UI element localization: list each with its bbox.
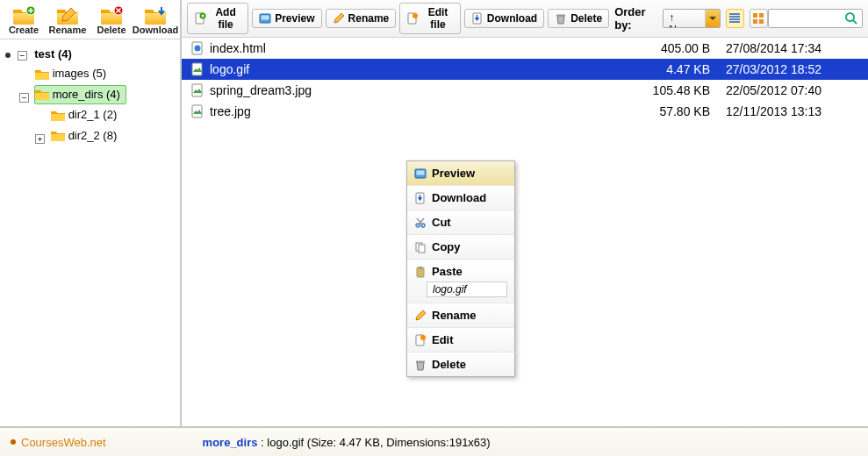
tree-expander[interactable]: + [35, 134, 45, 144]
ctx-label: Edit [432, 333, 454, 346]
chevron-down-icon[interactable] [706, 10, 719, 27]
folder-tree: − test (4) images (5) − [0, 39, 180, 426]
trash-icon [555, 12, 567, 25]
search-box [768, 9, 863, 28]
file-list: index.html405.00 B27/08/2014 17:34logo.g… [182, 38, 868, 426]
file-edit-icon [406, 12, 419, 25]
search-input[interactable] [774, 12, 844, 25]
ctx-copy[interactable]: Copy [407, 235, 514, 260]
tree-expander-blank [19, 70, 29, 80]
svg-point-7 [412, 13, 418, 18]
toolbar-label: Delete [570, 12, 602, 25]
tree-node-dir2-2[interactable]: dir2_2 (8) [50, 126, 124, 146]
preview-icon [414, 167, 427, 180]
tree-node-images[interactable]: images (5) [34, 64, 112, 83]
ctx-edit[interactable]: Edit [407, 328, 514, 353]
preview-button[interactable]: Preview [252, 9, 321, 28]
rename-label: Rename [49, 25, 87, 35]
tree-expander-blank [35, 111, 45, 121]
create-label: Create [9, 25, 39, 35]
sidebar: Create Rename [0, 0, 182, 426]
download-icon [471, 12, 484, 25]
file-add-icon [194, 12, 206, 25]
tree-expander[interactable]: − [19, 93, 29, 103]
svg-rect-5 [262, 16, 269, 20]
ctx-paste[interactable]: Paste logo.gif [407, 260, 514, 303]
create-folder-button[interactable]: Create [4, 3, 44, 37]
svg-rect-9 [556, 15, 565, 17]
svg-point-14 [846, 13, 854, 21]
view-grid-button[interactable] [750, 9, 768, 28]
svg-rect-19 [192, 105, 202, 118]
folder-icon [35, 89, 49, 100]
file-date: 27/03/2012 18:52 [710, 62, 850, 76]
tree-bullet-icon [5, 53, 11, 58]
file-date: 22/05/2012 07:40 [710, 83, 850, 97]
svg-rect-27 [417, 267, 424, 277]
tree-label: dir2_2 (8) [67, 127, 119, 145]
status-dir: more_dirs [203, 436, 258, 449]
download-folder-button[interactable]: Download [135, 3, 176, 37]
delete-label: Delete [97, 25, 126, 35]
file-icon [190, 41, 204, 55]
delete-button[interactable]: Delete [548, 9, 609, 28]
ctx-label: Cut [432, 216, 451, 229]
order-by-label: Order by: [614, 5, 659, 32]
download-button[interactable]: Download [464, 9, 544, 28]
file-name: tree.jpg [210, 104, 622, 118]
delete-folder-button[interactable]: Delete [91, 3, 132, 37]
toolbar-label: Rename [348, 12, 390, 25]
file-name: logo.gif [210, 62, 622, 76]
file-size: 105.48 KB [622, 83, 710, 97]
tree-label: images (5) [51, 65, 108, 82]
folder-rename-icon [55, 5, 80, 25]
ctx-download[interactable]: Download [407, 186, 514, 210]
file-icon [190, 104, 204, 118]
file-row[interactable]: logo.gif4.47 KB27/03/2012 18:52 [182, 59, 868, 80]
view-list-button[interactable] [726, 9, 744, 28]
edit-file-button[interactable]: Edit file [399, 3, 461, 34]
file-name: spring_dream3.jpg [210, 83, 622, 97]
ctx-cut[interactable]: Cut [407, 210, 514, 235]
ctx-delete[interactable]: Delete [407, 353, 514, 376]
search-icon[interactable] [844, 11, 858, 25]
file-row[interactable]: tree.jpg57.80 KB12/11/2013 13:13 [182, 101, 868, 122]
tree-label: more_dirs (4) [51, 86, 122, 103]
tree-expander[interactable]: − [18, 51, 27, 61]
ctx-label: Download [432, 191, 486, 204]
toolbar-label: Preview [275, 12, 314, 25]
rename-folder-button[interactable]: Rename [47, 3, 88, 37]
file-edit-icon [414, 334, 427, 346]
file-date: 12/11/2013 13:13 [710, 104, 850, 118]
svg-rect-11 [759, 13, 764, 18]
ctx-preview[interactable]: Preview [407, 161, 514, 186]
folder-icon [51, 110, 65, 121]
add-file-button[interactable]: Add file [187, 3, 248, 34]
file-row[interactable]: index.html405.00 B27/08/2014 17:34 [182, 38, 868, 59]
order-by-select[interactable]: ↑ Name [663, 9, 720, 28]
tree-label: dir2_1 (2) [67, 106, 119, 124]
download-icon [414, 192, 427, 204]
files-toolbar: Add file Preview Rename Edit file [182, 0, 868, 38]
toolbar-label: Edit file [422, 6, 454, 31]
download-label: Download [133, 25, 179, 35]
svg-rect-28 [419, 267, 422, 269]
tree-node-more-dirs[interactable]: more_dirs (4) [34, 85, 126, 104]
folder-add-icon [11, 5, 36, 25]
status-bar: CoursesWeb.net more_dirs : logo.gif (Siz… [0, 426, 868, 456]
file-name: index.html [210, 41, 622, 55]
ctx-label: Preview [432, 167, 475, 180]
tree-node-dir2-1[interactable]: dir2_1 (2) [50, 105, 124, 125]
file-size: 405.00 B [622, 41, 710, 55]
ctx-label: Delete [432, 358, 466, 371]
ctx-rename[interactable]: Rename [407, 303, 514, 328]
site-link[interactable]: CoursesWeb.net [21, 436, 106, 449]
file-date: 27/08/2014 17:34 [710, 41, 850, 55]
tree-node-test[interactable]: test (4) [32, 45, 78, 64]
svg-rect-12 [753, 19, 757, 24]
file-row[interactable]: spring_dream3.jpg105.48 KB22/05/2012 07:… [182, 80, 868, 101]
file-icon [190, 62, 204, 76]
pencil-icon [333, 12, 345, 25]
context-menu: Preview Download Cut Copy Pas [406, 160, 515, 377]
rename-button[interactable]: Rename [326, 9, 397, 28]
